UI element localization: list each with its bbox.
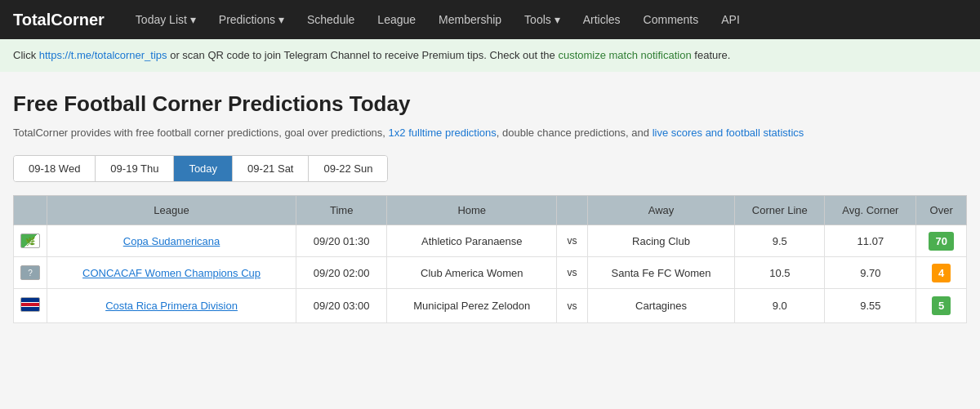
corner-line-cell: 9.0 <box>735 289 825 323</box>
page-description: TotalCorner provides with free football … <box>13 125 967 141</box>
nav-item-comments[interactable]: Comments <box>632 0 710 39</box>
over-cell: 5 <box>916 289 967 323</box>
nav-item-today-list[interactable]: Today List ▾ <box>124 0 207 39</box>
col-home: Home <box>387 196 557 225</box>
promo-banner: Click https://t.me/totalcorner_tips or s… <box>0 39 980 72</box>
over-cell: 70 <box>916 225 967 257</box>
flag-concacaf: ? <box>20 265 40 280</box>
nav-item-tools[interactable]: Tools ▾ <box>513 0 572 39</box>
away-team-cell: Santa Fe FC Women <box>587 257 734 289</box>
over-cell: 4 <box>916 257 967 289</box>
col-flag <box>14 196 47 225</box>
flag-cell <box>14 289 47 323</box>
league-cell[interactable]: Costa Rica Primera Division <box>47 289 296 323</box>
nav-item-articles[interactable]: Articles <box>572 0 632 39</box>
navbar: TotalCorner Today List ▾Predictions ▾Sch… <box>0 0 980 39</box>
league-link[interactable]: CONCACAF Women Champions Cup <box>82 267 261 279</box>
col-vs <box>557 196 588 225</box>
over-badge: 5 <box>932 296 951 315</box>
flag-cell: 🌿 <box>14 225 47 257</box>
date-tab-09-19-thu[interactable]: 09-19 Thu <box>96 156 174 181</box>
home-team-cell: Club America Women <box>387 257 557 289</box>
time-cell: 09/20 02:00 <box>296 257 387 289</box>
vs-cell: vs <box>557 289 588 323</box>
nav-item-membership[interactable]: Membership <box>427 0 513 39</box>
date-tabs: 09-18 Wed09-19 ThuToday09-21 Sat09-22 Su… <box>13 155 388 182</box>
predictions-table-container: League Time Home Away Corner Line Avg. C… <box>13 195 967 323</box>
league-cell[interactable]: Copa Sudamericana <box>47 225 296 257</box>
desc-pre: TotalCorner provides with free football … <box>13 127 389 139</box>
nav-item-predictions[interactable]: Predictions ▾ <box>207 0 296 39</box>
over-badge: 70 <box>929 232 953 251</box>
livescores-link[interactable]: live scores and football statistics <box>653 127 804 139</box>
brand-name: TotalCorner <box>13 11 105 29</box>
avg-corner-cell: 9.70 <box>825 257 916 289</box>
table-body: 🌿Copa Sudamericana09/20 01:30Athletico P… <box>14 225 967 323</box>
league-link[interactable]: Copa Sudamericana <box>123 235 220 247</box>
date-tab-09-18-wed[interactable]: 09-18 Wed <box>14 156 96 181</box>
avg-corner-cell: 11.07 <box>825 225 916 257</box>
telegram-link[interactable]: https://t.me/totalcorner_tips <box>39 49 167 61</box>
date-tab-09-21-sat[interactable]: 09-21 Sat <box>233 156 309 181</box>
table-row: Costa Rica Primera Division09/20 03:00Mu… <box>14 289 967 323</box>
col-corner-line: Corner Line <box>735 196 825 225</box>
nav-item-league[interactable]: League <box>366 0 427 39</box>
home-team-cell: Athletico Paranaense <box>387 225 557 257</box>
notification-link[interactable]: customize match notification <box>558 49 691 61</box>
nav-links: Today List ▾Predictions ▾ScheduleLeagueM… <box>124 0 751 39</box>
banner-post: feature. <box>692 49 731 61</box>
corner-line-cell: 10.5 <box>735 257 825 289</box>
table-header: League Time Home Away Corner Line Avg. C… <box>14 196 967 225</box>
date-tab-09-22-sun[interactable]: 09-22 Sun <box>309 156 387 181</box>
vs-cell: vs <box>557 257 588 289</box>
nav-item-api[interactable]: API <box>710 0 751 39</box>
time-cell: 09/20 03:00 <box>296 289 387 323</box>
col-over: Over <box>916 196 967 225</box>
col-league: League <box>47 196 296 225</box>
avg-corner-cell: 9.55 <box>825 289 916 323</box>
table-row: 🌿Copa Sudamericana09/20 01:30Athletico P… <box>14 225 967 257</box>
vs-cell: vs <box>557 225 588 257</box>
corner-line-cell: 9.5 <box>735 225 825 257</box>
banner-mid: or scan QR code to join Telegram Channel… <box>167 49 559 61</box>
col-avg-corner: Avg. Corner <box>825 196 916 225</box>
away-team-cell: Cartagines <box>587 289 734 323</box>
1x2-link[interactable]: 1x2 fulltime predictions <box>389 127 497 139</box>
nav-item-schedule[interactable]: Schedule <box>296 0 366 39</box>
home-team-cell: Municipal Perez Zelodon <box>387 289 557 323</box>
col-time: Time <box>296 196 387 225</box>
brand-logo[interactable]: TotalCorner <box>13 11 105 29</box>
main-content: Free Football Corner Predictions Today T… <box>0 72 980 337</box>
over-badge: 4 <box>932 264 951 282</box>
league-cell[interactable]: CONCACAF Women Champions Cup <box>47 257 296 289</box>
table-row: ?CONCACAF Women Champions Cup09/20 02:00… <box>14 257 967 289</box>
league-link[interactable]: Costa Rica Primera Division <box>105 300 238 312</box>
date-tab-today[interactable]: Today <box>174 156 233 181</box>
flag-cell: ? <box>14 257 47 289</box>
flag-costarica <box>20 297 40 312</box>
col-away: Away <box>587 196 734 225</box>
page-title: Free Football Corner Predictions Today <box>13 91 967 117</box>
away-team-cell: Racing Club <box>587 225 734 257</box>
predictions-table: League Time Home Away Corner Line Avg. C… <box>13 195 967 323</box>
flag-sudamericana: 🌿 <box>20 233 40 248</box>
desc-mid: , double chance predictions, and <box>497 127 653 139</box>
time-cell: 09/20 01:30 <box>296 225 387 257</box>
banner-pre: Click <box>13 49 39 61</box>
